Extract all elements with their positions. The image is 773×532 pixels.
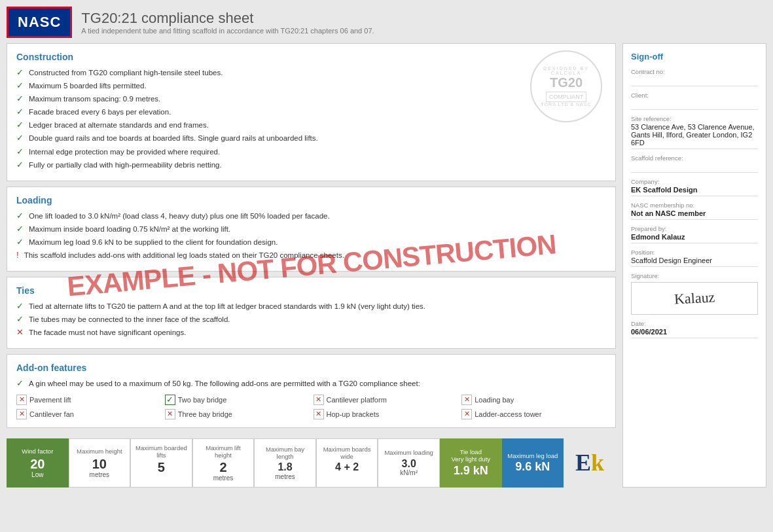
addon-two-bay-bridge: ✓ Two bay bridge — [165, 395, 310, 405]
cross-icon: ✕ — [16, 327, 24, 337]
list-item: ✓Maximum transom spacing: 0.9 metres. — [16, 94, 606, 104]
position-label: Position: — [631, 249, 758, 256]
check-icon: ✓ — [16, 107, 24, 116]
scaffold-ref-label: Scaffold reference: — [631, 154, 758, 162]
nasc-label: NASC membership no: — [631, 202, 758, 209]
addon-title: Add-on features — [16, 363, 606, 373]
check-icon: ✓ — [16, 147, 24, 156]
client-label: Client: — [631, 92, 758, 99]
addon-checkbox: ✕ — [314, 409, 324, 419]
date-value: 06/06/2021 — [631, 328, 758, 338]
prepared-label: Prepared by: — [631, 225, 758, 232]
page-subtitle: A tied independent tube and fitting scaf… — [81, 27, 374, 35]
check-icon: ✓ — [16, 237, 24, 247]
addon-pavement-lift: ✕ Pavement lift — [16, 395, 161, 405]
addon-checkbox: ✕ — [16, 409, 27, 419]
stat-max-boards-wide: Maximum boards wide 4 + 2 — [316, 438, 378, 488]
check-icon: ✓ — [16, 67, 24, 77]
list-item: ✓Tie tubes may be connected to the inner… — [16, 314, 606, 325]
stat-tie-load: Tie load Very light duty 1.9 kN — [440, 438, 502, 488]
date-label: Date: — [631, 320, 758, 327]
client-value — [631, 99, 758, 110]
list-item: !This scaffold includes add-ons with add… — [16, 250, 606, 260]
signoff-panel: Sign-off Contract no: Client: Site refer… — [622, 43, 766, 488]
site-ref-value: 53 Clarence Ave, 53 Clarence Avenue, Gan… — [631, 123, 758, 149]
list-item: ✓Maximum 5 boarded lifts permitted. — [16, 80, 606, 91]
addon-checkbox: ✕ — [461, 409, 472, 419]
stats-bar: Wind factor 20 Low Maximum height 10 met… — [7, 438, 616, 488]
check-icon: ✓ — [16, 160, 24, 169]
check-icon: ✓ — [16, 94, 24, 103]
header-text: TG20:21 compliance sheet A tied independ… — [81, 10, 374, 35]
list-item: ✓Ledger braced at alternate standards an… — [16, 120, 606, 130]
check-icon: ✓ — [16, 133, 24, 143]
nasc-logo: NASC — [7, 7, 72, 38]
check-icon: ✓ — [16, 301, 24, 311]
stat-wind-factor: Wind factor 20 Low — [7, 438, 69, 488]
addon-cantilever-platform: ✕ Cantilever platform — [314, 395, 458, 405]
signature-value: Kalauz — [674, 289, 715, 308]
list-item: ✓Fully or partially clad with high-perme… — [16, 160, 606, 170]
addon-ladder-access-tower: ✕ Ladder-access tower — [461, 409, 606, 419]
warn-icon: ! — [16, 250, 19, 260]
stat-max-loading: Maximum loading 3.0 kN/m² — [378, 438, 440, 488]
addon-cantilever-fan: ✕ Cantilever fan — [16, 409, 161, 419]
check-icon: ✓ — [16, 211, 24, 221]
scaffold-ref-value — [631, 162, 758, 173]
list-item: ✓A gin wheel may be used to a maximum of… — [16, 378, 606, 389]
tg20-watermark: DESIGNED BY CALCULA TG20 COMPLIANT TORS … — [530, 50, 602, 122]
list-item: ✓Maximum leg load 9.6 kN to be supplied … — [16, 237, 606, 247]
list-item: ✓Tied at alternate lifts to TG20 tie pat… — [16, 301, 606, 311]
list-item: ✓Internal edge protection may be provide… — [16, 147, 606, 157]
addon-hop-up-brackets: ✕ Hop-up brackets — [314, 409, 458, 419]
addon-checkbox: ✕ — [461, 395, 472, 405]
contract-no-label: Contract no: — [631, 68, 758, 75]
ties-section: Ties ✓Tied at alternate lifts to TG20 ti… — [7, 277, 616, 349]
list-item: ✕The facade must not have significant op… — [16, 327, 606, 338]
addon-grid: ✕ Pavement lift ✓ Two bay bridge ✕ Canti… — [16, 395, 606, 419]
ties-title: Ties — [16, 285, 606, 296]
construction-title: Construction — [16, 52, 606, 62]
site-ref-label: Site reference: — [631, 115, 758, 122]
prepared-value: Edmond Kalauz — [631, 233, 758, 243]
check-icon: ✓ — [16, 224, 24, 234]
construction-section: Construction DESIGNED BY CALCULA TG20 CO… — [7, 43, 616, 181]
stat-max-leg-load: Maximum leg load 9.6 kN — [502, 438, 564, 488]
stat-max-boarded-lifts: Maximum boarded lifts 5 — [130, 438, 192, 488]
signoff-title: Sign-off — [631, 52, 758, 62]
stat-max-bay-length: Maximum bay length 1.8 metres — [254, 438, 316, 488]
signature-box: Kalauz — [631, 282, 758, 315]
position-value: Scaffold Design Engineer — [631, 257, 758, 267]
nasc-value: Not an NASC member — [631, 209, 758, 220]
addon-checkbox: ✕ — [314, 395, 324, 405]
check-icon: ✓ — [16, 120, 24, 130]
addon-checkbox: ✕ — [16, 395, 27, 405]
list-item: ✓Constructed from TG20 compliant high-te… — [16, 67, 606, 78]
company-value: EK Scaffold Design — [631, 186, 758, 196]
contract-no-value — [631, 76, 758, 86]
list-item: ✓Facade braced every 6 bays per elevatio… — [16, 107, 606, 117]
header: NASC TG20:21 compliance sheet A tied ind… — [7, 7, 766, 38]
check-icon: ✓ — [16, 80, 24, 90]
addon-checkbox: ✓ — [165, 395, 175, 405]
loading-title: Loading — [16, 195, 606, 205]
company-label: Company: — [631, 178, 758, 185]
stat-max-lift-height: Maximum lift height 2 metres — [192, 438, 255, 488]
addon-checkbox: ✕ — [165, 409, 175, 419]
page-title: TG20:21 compliance sheet — [81, 10, 374, 27]
list-item: ✓Maximum inside board loading 0.75 kN/m²… — [16, 224, 606, 234]
ek-logo: Ek — [564, 438, 616, 488]
check-icon: ✓ — [16, 314, 24, 324]
addon-section: Add-on features ✓A gin wheel may be used… — [7, 354, 616, 427]
addon-loading-bay: ✕ Loading bay — [461, 395, 606, 405]
left-panel: Construction DESIGNED BY CALCULA TG20 CO… — [7, 43, 616, 488]
stat-max-height: Maximum height 10 metres — [69, 438, 131, 488]
signature-label: Signature: — [631, 272, 758, 279]
list-item: ✓One lift loaded to 3.0 kN/m² (load clas… — [16, 211, 606, 221]
addon-three-bay-bridge: ✕ Three bay bridge — [165, 409, 310, 419]
list-item: ✓Double guard rails and toe boards at bo… — [16, 133, 606, 143]
loading-section: Loading ✓One lift loaded to 3.0 kN/m² (l… — [7, 186, 616, 272]
check-icon: ✓ — [16, 378, 24, 388]
